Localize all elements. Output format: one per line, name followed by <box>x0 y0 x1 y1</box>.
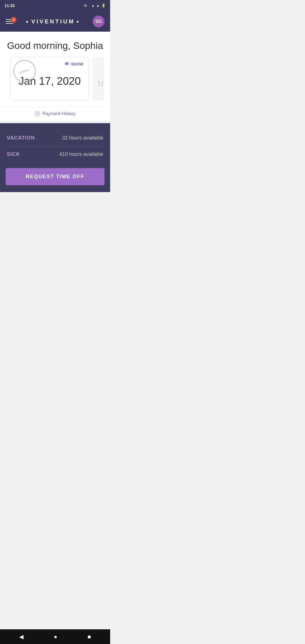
sick-label: SICK <box>7 151 20 157</box>
show-label: SHOW <box>71 62 83 66</box>
logo-label: VIVENTIUM <box>31 18 75 25</box>
logo-star-left: ◆ <box>26 20 30 23</box>
greeting-section: Good morning, Sophia LATEST 👁 SHOW Jan 1… <box>0 32 110 106</box>
status-icons: ⚙ · ▲ ▲ 🔋 <box>84 4 106 8</box>
vacation-label: VACATION <box>7 135 35 141</box>
settings-icon: ⚙ <box>84 4 87 8</box>
paycheck-card[interactable]: LATEST 👁 SHOW Jan 17, 2020 <box>10 57 89 101</box>
request-time-off-button[interactable]: REQUEST TIME OFF <box>6 168 104 185</box>
user-avatar[interactable]: SG <box>93 16 104 27</box>
avatar-initials: SG <box>95 19 102 24</box>
notification-badge: 3 <box>11 17 16 23</box>
clock-icon: 🕐 <box>34 111 40 116</box>
main-content: Good morning, Sophia LATEST 👁 SHOW Jan 1… <box>0 32 110 249</box>
cards-row: LATEST 👁 SHOW Jan 17, 2020 N <box>6 57 104 101</box>
time-off-section: VACATION 32 hours available SICK 410 hou… <box>0 123 110 192</box>
next-card-preview: N <box>92 57 104 101</box>
status-time: 11:33 <box>5 3 15 8</box>
signal-icon: ▲ <box>96 4 100 8</box>
payment-history-link[interactable]: 🕐 Payment History <box>0 106 110 121</box>
sick-value: 410 hours available <box>59 151 103 157</box>
wifi-icon: ▲ <box>91 4 95 8</box>
logo-star-right: ◆ <box>77 20 80 23</box>
battery-icon: 🔋 <box>101 4 106 8</box>
dot-icon: · <box>89 4 90 8</box>
sick-row: SICK 410 hours available <box>6 146 104 162</box>
menu-button[interactable]: 3 <box>6 19 14 24</box>
app-logo: ◆ VIVENTIUM ◆ <box>26 18 80 25</box>
bottom-area <box>0 192 110 249</box>
vacation-row: VACATION 32 hours available <box>6 130 104 146</box>
top-nav: 3 ◆ VIVENTIUM ◆ SG <box>0 11 110 32</box>
menu-line-3 <box>6 23 14 24</box>
greeting-text: Good morning, Sophia <box>6 40 104 51</box>
status-bar: 11:33 ⚙ · ▲ ▲ 🔋 <box>0 0 110 11</box>
vacation-value: 32 hours available <box>62 135 103 141</box>
payment-history-label: Payment History <box>42 111 75 116</box>
stamp-label: LATEST <box>19 69 30 74</box>
eye-icon: 👁 <box>65 62 69 67</box>
